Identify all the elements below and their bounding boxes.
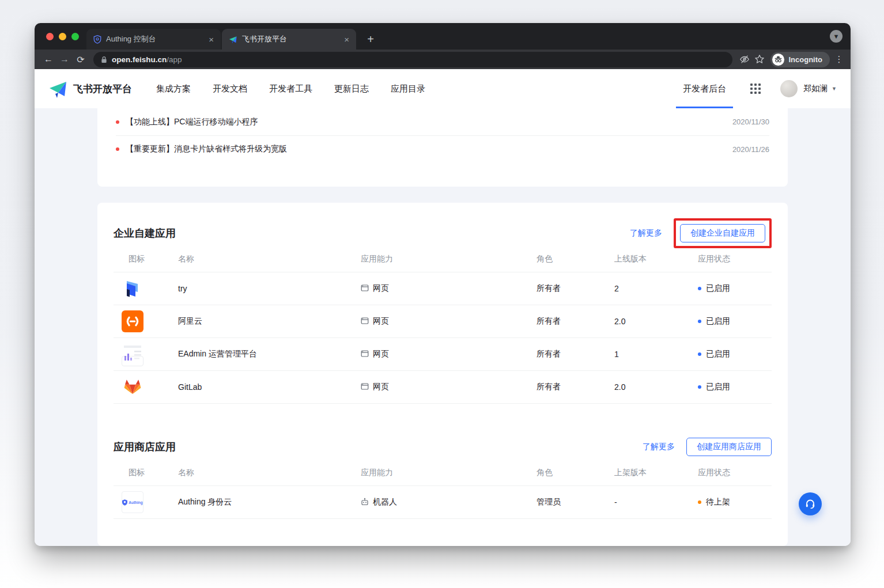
column-header: 应用状态 xyxy=(698,254,772,264)
app-status: 已启用 xyxy=(698,283,772,294)
eye-off-icon[interactable] xyxy=(737,52,752,67)
feishu-brand[interactable]: 飞书开放平台 xyxy=(48,79,132,98)
url-host: open.feishu.cn xyxy=(112,55,167,64)
incognito-icon xyxy=(772,54,784,66)
browser-window: Authing 控制台 × 飞书开放平台 × + ▼ ← → ⟳ open.fe… xyxy=(35,23,851,546)
nav-item[interactable]: 集成方案 xyxy=(156,84,191,94)
address-bar[interactable]: open.feishu.cn/app xyxy=(93,52,732,67)
browser-menu-icon[interactable]: ⋮ xyxy=(833,54,845,65)
announcement-text: 【重要更新】消息卡片缺省样式将升级为宽版 xyxy=(126,144,287,154)
back-button[interactable]: ← xyxy=(40,51,56,67)
app-status: 已启用 xyxy=(698,349,772,359)
status-label: 已启用 xyxy=(706,349,730,359)
table-row[interactable]: 阿里云 网页 所有者 2.0 已启用 xyxy=(114,305,772,338)
app-name: Authing 身份云 xyxy=(178,497,361,507)
column-header: 上线版本 xyxy=(614,254,698,264)
bullet-dot-icon xyxy=(116,120,119,124)
table-row[interactable]: try 网页 所有者 2 已启用 xyxy=(114,272,772,305)
create-self-built-app-button[interactable]: 创建企业自建应用 xyxy=(680,224,765,242)
app-icon-cell xyxy=(114,310,178,332)
status-dot-icon xyxy=(698,287,701,290)
window-controls[interactable] xyxy=(46,33,79,40)
announcement-item[interactable]: 【功能上线】PC端运行移动端小程序 2020/11/30 xyxy=(116,108,769,135)
chevron-down-icon[interactable]: ▼ xyxy=(832,86,837,92)
web-capability-icon xyxy=(361,350,369,358)
forward-button[interactable]: → xyxy=(56,51,73,67)
app-capability: 机器人 xyxy=(361,497,537,507)
app-name: 阿里云 xyxy=(178,316,361,327)
app-icon-cell: Authing xyxy=(114,491,178,513)
incognito-label: Incognito xyxy=(789,55,823,64)
tab-title: 飞书开放平台 xyxy=(242,34,337,44)
nav-item[interactable]: 更新日志 xyxy=(334,84,369,94)
close-tab-icon[interactable]: × xyxy=(342,34,352,45)
column-header: 角色 xyxy=(537,254,614,264)
user-name[interactable]: 郑如澜 xyxy=(803,84,828,94)
nav-item[interactable]: 开发文档 xyxy=(213,84,247,94)
web-capability-icon xyxy=(361,284,369,292)
nav-item[interactable]: 开发者工具 xyxy=(269,84,312,94)
nav-items: 集成方案开发文档开发者工具更新日志应用目录 xyxy=(156,84,425,94)
annotation-highlight-box: 创建企业自建应用 xyxy=(674,218,772,248)
avatar[interactable] xyxy=(780,80,798,97)
robot-capability-icon xyxy=(361,498,369,506)
app-version: - xyxy=(614,498,698,507)
app-capability: 网页 xyxy=(361,283,537,294)
status-label: 已启用 xyxy=(706,283,730,294)
apps-card: 企业自建应用 了解更多 创建企业自建应用 图标名称应用能力角色上线版本应用状态 … xyxy=(97,203,788,546)
site-viewport: 飞书开放平台 集成方案开发文档开发者工具更新日志应用目录 开发者后台 郑如澜 ▼… xyxy=(35,69,851,546)
section-title: 应用商店应用 xyxy=(114,440,176,454)
browser-tab-authing[interactable]: Authing 控制台 × xyxy=(86,29,221,50)
learn-more-link[interactable]: 了解更多 xyxy=(643,442,675,452)
self-built-section-header: 企业自建应用 了解更多 创建企业自建应用 xyxy=(114,203,772,246)
headset-icon xyxy=(804,498,816,510)
nav-item[interactable]: 应用目录 xyxy=(391,84,425,94)
reload-button[interactable]: ⟳ xyxy=(73,51,89,67)
table-row[interactable]: EAdmin 运营管理平台 网页 所有者 1 已启用 xyxy=(114,338,772,371)
app-capability: 网页 xyxy=(361,316,537,327)
tab-search-button[interactable]: ▼ xyxy=(830,30,843,43)
lock-icon xyxy=(101,56,107,63)
support-fab[interactable] xyxy=(799,492,822,515)
aliyun-app-icon xyxy=(122,310,143,332)
minimize-window-button[interactable] xyxy=(59,33,66,40)
table-row[interactable]: GitLab 网页 所有者 2.0 已启用 xyxy=(114,371,772,404)
app-role: 所有者 xyxy=(537,316,614,327)
apps-grid-icon[interactable] xyxy=(750,84,761,94)
app-role: 所有者 xyxy=(537,349,614,359)
maximize-window-button[interactable] xyxy=(71,33,79,40)
app-version: 2.0 xyxy=(614,317,698,326)
column-header: 角色 xyxy=(537,468,614,478)
new-tab-button[interactable]: + xyxy=(362,31,379,48)
learn-more-link[interactable]: 了解更多 xyxy=(630,228,662,238)
create-app-store-app-button[interactable]: 创建应用商店应用 xyxy=(686,438,772,456)
status-label: 已启用 xyxy=(706,382,730,392)
status-dot-icon xyxy=(698,500,701,504)
announcement-text: 【功能上线】PC端运行移动端小程序 xyxy=(126,117,258,127)
self-built-table: try 网页 所有者 2 已启用 阿里云 网页 所有者 2.0 已启用 xyxy=(114,272,772,404)
tab-title: Authing 控制台 xyxy=(106,34,202,44)
brand-name: 飞书开放平台 xyxy=(73,82,132,96)
try-app-icon xyxy=(122,278,143,299)
announcement-date: 2020/11/26 xyxy=(732,145,769,154)
web-capability-icon xyxy=(361,317,369,325)
app-name: try xyxy=(178,284,361,293)
feishu-logo-icon xyxy=(48,79,68,98)
browser-tab-strip: Authing 控制台 × 飞书开放平台 × + ▼ xyxy=(35,23,851,50)
feishu-plane-icon xyxy=(229,35,237,44)
app-version: 2.0 xyxy=(614,382,698,392)
announcement-item[interactable]: 【重要更新】消息卡片缺省样式将升级为宽版 2020/11/26 xyxy=(116,135,769,162)
column-header: 图标 xyxy=(114,254,178,264)
close-tab-icon[interactable]: × xyxy=(206,34,216,45)
browser-tab-feishu[interactable]: 飞书开放平台 × xyxy=(222,29,356,50)
app-icon-cell xyxy=(114,343,178,366)
status-label: 待上架 xyxy=(706,497,730,507)
developer-console-tab[interactable]: 开发者后台 xyxy=(681,69,728,108)
close-window-button[interactable] xyxy=(46,33,54,40)
column-header: 应用状态 xyxy=(698,468,772,478)
column-header: 上架版本 xyxy=(614,468,698,478)
status-label: 已启用 xyxy=(706,316,730,327)
table-row[interactable]: Authing Authing 身份云 机器人 管理员 - 待上架 xyxy=(114,486,772,519)
app-role: 管理员 xyxy=(537,497,614,507)
bookmark-star-icon[interactable] xyxy=(752,52,767,67)
